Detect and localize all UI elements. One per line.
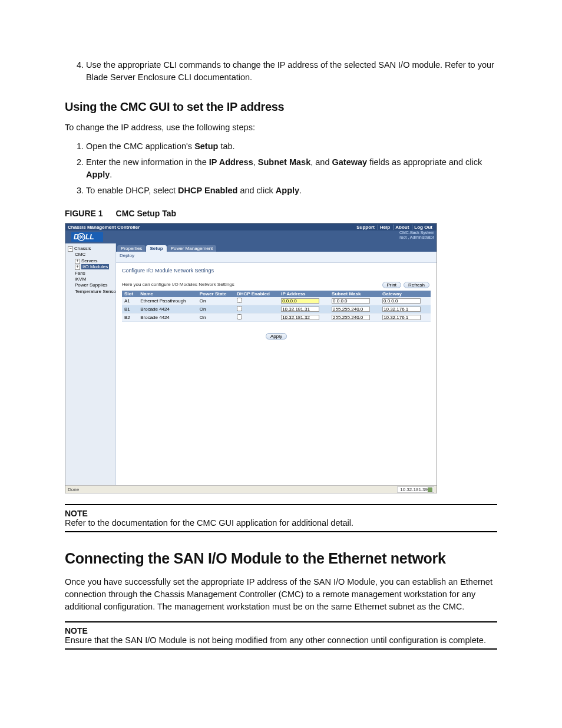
tree-ts[interactable]: Temperature Sensors	[68, 289, 113, 295]
mask-input[interactable]	[332, 307, 370, 312]
cell-ip	[279, 314, 329, 322]
tree-servers[interactable]: +Servers	[68, 258, 113, 264]
dhcp-checkbox[interactable]	[237, 298, 242, 303]
apply-wrap: Apply	[122, 334, 431, 339]
note2-text: Ensure that the SAN I/O Module is not be…	[65, 635, 497, 645]
action-buttons: Print Refresh	[382, 282, 429, 288]
cell-gw	[380, 305, 431, 314]
cell-slot: B1	[122, 305, 138, 314]
apply-button[interactable]: Apply	[266, 333, 287, 340]
dhcp-checkbox[interactable]	[237, 314, 242, 319]
cell-dhcp	[234, 305, 279, 314]
note1-text: Refer to the documentation for the CMC G…	[65, 518, 497, 528]
intro-step-4-text: Use the appropriate CLI commands to chan…	[86, 60, 494, 82]
note1-label: NOTE	[65, 509, 497, 518]
table-header-row: Slot Name Power State DHCP Enabled IP Ad…	[122, 291, 431, 297]
cell-gw	[380, 297, 431, 305]
th-dhcp: DHCP Enabled	[234, 291, 279, 297]
cell-name: Brocade 4424	[138, 305, 197, 314]
table-row: A1Ethernet PassthroughOn	[122, 297, 431, 305]
intro-steps: Use the appropriate CLI commands to chan…	[65, 59, 497, 84]
expand-icon[interactable]: +	[75, 259, 80, 264]
status-done: Done	[68, 487, 79, 492]
refresh-button[interactable]: Refresh	[404, 282, 429, 288]
table-row: B2Brocade 4424On	[122, 314, 431, 322]
table-row: B1Brocade 4424On	[122, 305, 431, 314]
tree-fans[interactable]: Fans	[68, 271, 113, 276]
content-heading: Configure I/O Module Network Settings	[122, 268, 431, 274]
dell-logo-icon: D LL	[71, 232, 103, 242]
cell-name: Brocade 4424	[138, 314, 197, 322]
subtab-bar: Deploy	[116, 252, 437, 263]
tab-setup[interactable]: Setup	[146, 245, 166, 252]
section-gui-lead: To change the IP address, use the follow…	[65, 123, 497, 132]
gui-step-3: To enable DHCP, select DHCP Enabled and …	[86, 185, 497, 197]
rule	[65, 648, 497, 650]
tree-ps[interactable]: Power Supplies	[68, 282, 113, 288]
titlebar-title: Chassis Management Controller	[68, 225, 140, 230]
subtab-deploy[interactable]: Deploy	[120, 253, 134, 258]
mask-input[interactable]	[332, 315, 370, 320]
cell-ip	[279, 305, 329, 314]
gui-step-2: Enter the new information in the IP Addr…	[86, 156, 497, 181]
io-table: Slot Name Power State DHCP Enabled IP Ad…	[122, 291, 431, 322]
nav-tree: −Chassis CMC +Servers +I/O Modules Fans …	[65, 243, 116, 486]
tree-cmc[interactable]: CMC	[68, 252, 113, 258]
cmc-screenshot: Chassis Management Controller Support He…	[65, 223, 437, 493]
cell-slot: B2	[122, 314, 138, 322]
section-connect-para: Once you have successfully set the appro…	[65, 576, 497, 613]
section-connect-heading: Connecting the SAN I/O Module to the Eth…	[65, 550, 497, 567]
th-name: Name	[138, 291, 197, 297]
ip-input[interactable]	[281, 298, 319, 304]
titlebar: Chassis Management Controller Support He…	[65, 223, 437, 230]
cell-dhcp	[234, 297, 279, 305]
tab-bar: Properties Setup Power Management	[116, 243, 437, 252]
ip-input[interactable]	[281, 315, 319, 320]
cell-power: On	[197, 305, 234, 314]
content-area: Configure I/O Module Network Settings Pr…	[116, 263, 437, 486]
tab-power[interactable]: Power Management	[167, 245, 217, 252]
section-gui-heading: Using the CMC GUI to set the IP address	[65, 100, 497, 114]
svg-text:LL: LL	[85, 233, 94, 241]
tab-properties[interactable]: Properties	[117, 245, 146, 252]
link-help[interactable]: Help	[378, 225, 392, 230]
rule	[65, 504, 497, 505]
cell-ip	[279, 297, 329, 305]
gw-input[interactable]	[382, 307, 421, 312]
tree-chassis[interactable]: −Chassis	[68, 246, 113, 252]
collapse-icon[interactable]: −	[68, 246, 73, 252]
cell-power: On	[197, 314, 234, 322]
expand-icon[interactable]: +	[75, 265, 80, 270]
link-about[interactable]: About	[393, 225, 411, 230]
tree-ikvm[interactable]: iKVM	[68, 276, 113, 282]
figure-number: FIGURE 1	[65, 209, 103, 218]
status-ip: 10.32.181.39	[397, 486, 434, 493]
rule	[65, 531, 497, 532]
cell-mask	[329, 297, 380, 305]
cell-dhcp	[234, 314, 279, 322]
th-gw: Gateway	[380, 291, 431, 297]
ip-input[interactable]	[281, 307, 319, 312]
gw-input[interactable]	[382, 315, 421, 320]
dhcp-checkbox[interactable]	[237, 306, 242, 311]
cell-name: Ethernet Passthrough	[138, 297, 197, 305]
gui-step-1: Open the CMC application's Setup tab.	[86, 140, 497, 153]
gw-input[interactable]	[382, 298, 421, 304]
th-power: Power State	[197, 291, 234, 297]
th-mask: Subnet Mask	[329, 291, 380, 297]
note2-label: NOTE	[65, 626, 497, 635]
main-panel: Properties Setup Power Management Deploy…	[116, 243, 437, 486]
titlebar-links: Support Help About Log Out	[355, 225, 434, 230]
gui-steps: Open the CMC application's Setup tab. En…	[65, 140, 497, 197]
th-ip: IP Address	[279, 291, 329, 297]
cell-gw	[380, 314, 431, 322]
header-strip: D LL CMC-Back System root , Administrato…	[65, 230, 437, 243]
print-button[interactable]: Print	[382, 282, 401, 288]
tree-io[interactable]: +I/O Modules	[68, 264, 113, 270]
rule	[65, 621, 497, 622]
mask-input[interactable]	[332, 298, 370, 304]
header-credit: CMC-Back System root , Administrator	[399, 230, 434, 239]
cell-power: On	[197, 297, 234, 305]
link-support[interactable]: Support	[355, 225, 376, 230]
link-logout[interactable]: Log Out	[412, 225, 434, 230]
